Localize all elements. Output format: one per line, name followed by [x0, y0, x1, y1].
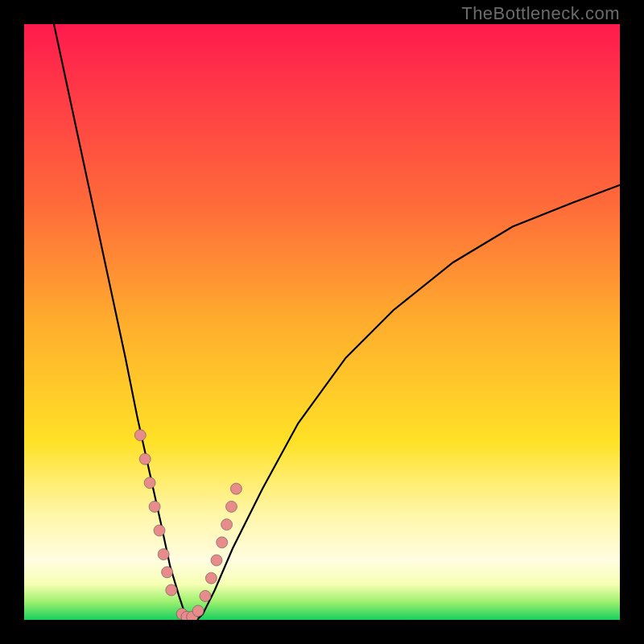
data-dot — [221, 519, 233, 530]
data-dot — [211, 555, 222, 566]
dot-group — [134, 430, 242, 620]
data-dot — [205, 572, 217, 584]
data-dot — [149, 501, 160, 512]
data-dot — [230, 483, 242, 494]
data-dot — [134, 430, 146, 441]
data-dot — [144, 477, 155, 489]
data-dot — [158, 549, 169, 560]
curve-svg — [24, 24, 620, 620]
data-dot — [200, 590, 211, 601]
data-dot — [166, 584, 177, 596]
data-dot — [154, 525, 165, 536]
plot-area — [24, 24, 620, 620]
bottleneck-curve — [54, 24, 620, 620]
chart-container: TheBottleneck.com — [0, 0, 644, 644]
data-dot — [139, 453, 151, 464]
watermark-text: TheBottleneck.com — [461, 3, 620, 24]
data-dot — [162, 567, 173, 578]
data-dot — [192, 605, 204, 617]
data-dot — [226, 501, 237, 512]
data-dot — [217, 537, 228, 548]
